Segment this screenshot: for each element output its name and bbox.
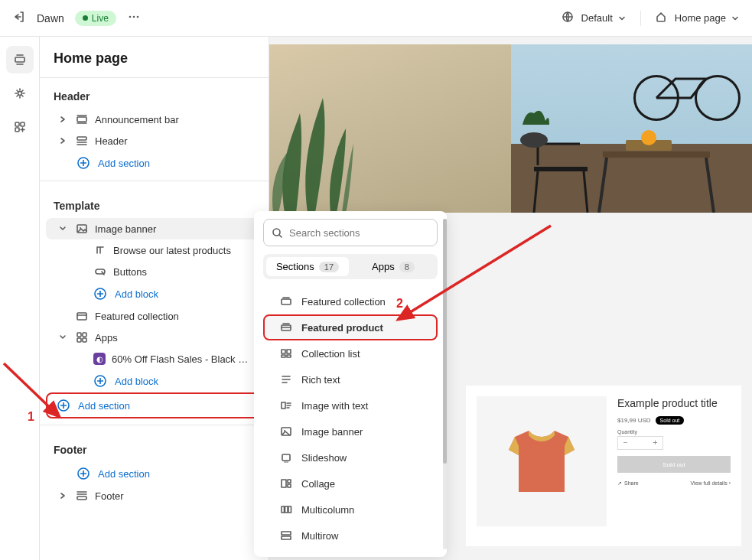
quantity-label: Quantity: [617, 429, 731, 435]
top-bar: Dawn Live Default Home page: [0, 0, 752, 37]
section-collage[interactable]: Collage: [263, 470, 438, 497]
search-sections-input[interactable]: [263, 219, 438, 246]
svg-rect-45: [288, 480, 291, 483]
svg-rect-28: [534, 167, 588, 171]
svg-point-0: [129, 15, 132, 18]
svg-point-41: [284, 461, 285, 463]
add-section-header[interactable]: Add section: [46, 151, 262, 174]
section-multirow[interactable]: Multirow: [263, 523, 438, 549]
product-image: [477, 396, 607, 526]
add-block-apps[interactable]: Add block: [46, 370, 262, 392]
svg-rect-40: [282, 454, 290, 461]
sections-rail-button[interactable]: [6, 46, 34, 73]
section-collection-list[interactable]: Collection list: [263, 340, 438, 366]
group-template: Template: [40, 187, 269, 218]
section-slideshow[interactable]: Slideshow: [263, 444, 438, 470]
soldout-button[interactable]: Sold out: [617, 456, 731, 473]
hero-banner: [269, 44, 752, 213]
svg-rect-24: [77, 497, 86, 500]
tree-header[interactable]: Header: [46, 130, 262, 151]
tree-browse-text[interactable]: Browse our latest products: [46, 239, 262, 261]
tree-buttons[interactable]: Buttons: [46, 261, 262, 282]
svg-rect-37: [282, 402, 285, 409]
svg-rect-7: [21, 122, 24, 126]
section-picker-popup: Sections17 Apps8 Featured collection Fea…: [254, 211, 447, 557]
soldout-badge: Sold out: [656, 416, 685, 425]
product-card: Example product title $19,99 USDSold out…: [466, 386, 741, 546]
svg-point-5: [18, 92, 21, 96]
hero-image-right: [511, 44, 753, 213]
tab-apps[interactable]: Apps8: [352, 257, 435, 276]
page-dropdown[interactable]: Home page: [675, 12, 740, 24]
svg-rect-49: [288, 506, 291, 513]
tree-featured-collection[interactable]: Featured collection: [46, 305, 262, 327]
section-image-with-text[interactable]: Image with text: [263, 392, 438, 418]
svg-point-2: [137, 15, 139, 18]
svg-rect-47: [282, 506, 285, 513]
add-section-template-callout: Add section: [46, 392, 262, 418]
svg-rect-33: [282, 350, 285, 353]
svg-rect-8: [15, 128, 19, 132]
tree-apps[interactable]: Apps: [46, 327, 262, 348]
theme-name: Dawn: [37, 12, 64, 24]
svg-rect-31: [282, 299, 291, 304]
section-featured-product[interactable]: Featured product: [263, 314, 438, 340]
svg-rect-19: [77, 338, 81, 342]
tree-flash-sale-app[interactable]: ◐60% Off Flash Sales - Black Frid...: [46, 348, 262, 370]
exit-icon[interactable]: [12, 10, 26, 27]
svg-point-29: [520, 132, 548, 148]
add-section-template[interactable]: Add section: [57, 397, 252, 414]
svg-point-27: [641, 130, 656, 145]
section-rich-text[interactable]: Rich text: [263, 366, 438, 392]
apps-rail-button[interactable]: [6, 113, 34, 141]
tree-announcement-bar[interactable]: Announcement bar: [46, 109, 262, 130]
search-icon: [272, 227, 283, 239]
callout-2: 2: [396, 297, 403, 311]
globe-icon: [562, 11, 574, 26]
svg-rect-17: [77, 333, 81, 337]
svg-rect-50: [282, 532, 291, 535]
app-icon: ◐: [93, 353, 106, 365]
svg-point-42: [285, 461, 287, 463]
svg-rect-18: [83, 333, 86, 337]
live-badge: Live: [75, 11, 116, 26]
popup-tabs: Sections17 Apps8: [263, 254, 438, 279]
section-multicolumn[interactable]: Multicolumn: [263, 497, 438, 523]
svg-rect-20: [83, 338, 86, 342]
home-icon: [655, 11, 667, 26]
section-image-banner[interactable]: Image banner: [263, 418, 438, 444]
hero-image-left: [269, 44, 511, 213]
sidebar: Home page Header Announcement bar Header…: [40, 37, 269, 560]
product-price: $19,99 USD: [617, 417, 651, 424]
svg-rect-6: [15, 122, 19, 126]
section-featured-collection[interactable]: Featured collection: [263, 288, 438, 314]
share-link[interactable]: ↗Share: [617, 480, 639, 487]
svg-rect-25: [603, 151, 710, 158]
tree-footer[interactable]: Footer: [46, 485, 262, 506]
svg-rect-4: [15, 57, 24, 62]
product-title: Example product title: [617, 396, 731, 410]
callout-1: 1: [28, 410, 34, 424]
settings-rail-button[interactable]: [6, 80, 34, 107]
view-details-link[interactable]: View full details ›: [691, 480, 731, 487]
svg-rect-46: [288, 484, 291, 487]
add-block-banner[interactable]: Add block: [46, 282, 262, 305]
tree-image-banner[interactable]: Image banner: [46, 218, 262, 239]
add-section-footer[interactable]: Add section: [46, 462, 262, 485]
group-footer: Footer: [40, 431, 269, 462]
tab-sections[interactable]: Sections17: [266, 257, 349, 276]
group-header: Header: [40, 78, 269, 109]
svg-rect-44: [282, 480, 286, 487]
quantity-stepper[interactable]: −+: [617, 436, 663, 450]
svg-rect-48: [285, 506, 288, 513]
svg-point-1: [133, 15, 135, 18]
svg-rect-10: [77, 137, 86, 140]
svg-rect-9: [77, 117, 86, 122]
locale-dropdown[interactable]: Default: [581, 12, 627, 24]
svg-rect-35: [282, 355, 285, 357]
page-title: Home page: [54, 50, 255, 67]
svg-rect-16: [77, 313, 86, 320]
more-icon[interactable]: [127, 10, 141, 27]
scrollbar[interactable]: [443, 219, 447, 549]
svg-rect-36: [287, 355, 291, 357]
